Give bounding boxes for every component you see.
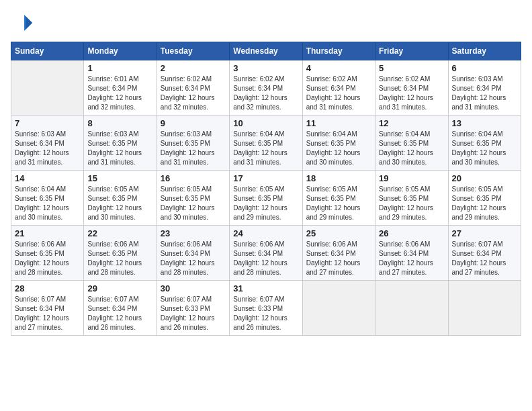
day-number: 3 (233, 63, 298, 73)
calendar-cell: 10Sunrise: 6:04 AM Sunset: 6:35 PM Dayli… (230, 116, 302, 171)
calendar-cell: 19Sunrise: 6:05 AM Sunset: 6:35 PM Dayli… (375, 171, 448, 226)
weekday-header-thursday: Thursday (302, 42, 375, 60)
day-info: Sunrise: 6:05 AM Sunset: 6:35 PM Dayligh… (452, 185, 517, 222)
day-info: Sunrise: 6:04 AM Sunset: 6:35 PM Dayligh… (306, 130, 371, 167)
day-number: 1 (87, 63, 152, 73)
calendar-cell: 29Sunrise: 6:07 AM Sunset: 6:34 PM Dayli… (84, 281, 157, 336)
day-info: Sunrise: 6:07 AM Sunset: 6:34 PM Dayligh… (452, 240, 517, 277)
day-number: 6 (452, 63, 517, 73)
day-number: 19 (379, 173, 444, 183)
calendar-cell: 1Sunrise: 6:01 AM Sunset: 6:34 PM Daylig… (84, 60, 157, 116)
weekday-header-sunday: Sunday (11, 42, 84, 60)
calendar-cell: 6Sunrise: 6:03 AM Sunset: 6:34 PM Daylig… (448, 60, 521, 116)
calendar-cell: 17Sunrise: 6:05 AM Sunset: 6:35 PM Dayli… (230, 171, 302, 226)
calendar-cell: 22Sunrise: 6:06 AM Sunset: 6:35 PM Dayli… (84, 226, 157, 281)
calendar-cell (302, 281, 375, 336)
weekday-header-friday: Friday (375, 42, 448, 60)
day-info: Sunrise: 6:05 AM Sunset: 6:35 PM Dayligh… (379, 185, 444, 222)
day-info: Sunrise: 6:03 AM Sunset: 6:35 PM Dayligh… (87, 130, 152, 167)
weekday-header-monday: Monday (84, 42, 157, 60)
calendar-cell: 26Sunrise: 6:06 AM Sunset: 6:34 PM Dayli… (375, 226, 448, 281)
calendar-cell (11, 60, 84, 116)
calendar-cell: 25Sunrise: 6:06 AM Sunset: 6:34 PM Dayli… (302, 226, 375, 281)
day-number: 13 (452, 118, 517, 128)
calendar-cell (448, 281, 521, 336)
day-number: 14 (15, 173, 80, 183)
day-info: Sunrise: 6:07 AM Sunset: 6:34 PM Dayligh… (87, 295, 152, 332)
day-number: 23 (161, 228, 226, 238)
weekday-header-tuesday: Tuesday (157, 42, 229, 60)
day-number: 9 (161, 118, 226, 128)
day-info: Sunrise: 6:04 AM Sunset: 6:35 PM Dayligh… (379, 130, 444, 167)
day-number: 30 (161, 283, 226, 293)
day-number: 15 (87, 173, 152, 183)
calendar-cell: 14Sunrise: 6:04 AM Sunset: 6:35 PM Dayli… (11, 171, 84, 226)
day-number: 27 (452, 228, 517, 238)
day-number: 24 (233, 228, 298, 238)
day-info: Sunrise: 6:02 AM Sunset: 6:34 PM Dayligh… (306, 75, 371, 112)
calendar-cell: 7Sunrise: 6:03 AM Sunset: 6:34 PM Daylig… (11, 116, 84, 171)
calendar-cell: 20Sunrise: 6:05 AM Sunset: 6:35 PM Dayli… (448, 171, 521, 226)
day-number: 8 (87, 118, 152, 128)
day-info: Sunrise: 6:06 AM Sunset: 6:34 PM Dayligh… (233, 240, 298, 277)
day-info: Sunrise: 6:03 AM Sunset: 6:34 PM Dayligh… (15, 130, 80, 167)
day-info: Sunrise: 6:02 AM Sunset: 6:34 PM Dayligh… (161, 75, 226, 112)
day-info: Sunrise: 6:02 AM Sunset: 6:34 PM Dayligh… (379, 75, 444, 112)
day-number: 7 (15, 118, 80, 128)
day-info: Sunrise: 6:02 AM Sunset: 6:34 PM Dayligh… (233, 75, 298, 112)
day-number: 31 (233, 283, 298, 293)
day-number: 4 (306, 63, 371, 73)
day-info: Sunrise: 6:07 AM Sunset: 6:33 PM Dayligh… (233, 295, 298, 332)
calendar-cell: 5Sunrise: 6:02 AM Sunset: 6:34 PM Daylig… (375, 60, 448, 116)
day-info: Sunrise: 6:06 AM Sunset: 6:35 PM Dayligh… (15, 240, 80, 277)
calendar-cell: 3Sunrise: 6:02 AM Sunset: 6:34 PM Daylig… (230, 60, 302, 116)
svg-marker-1 (26, 16, 32, 30)
calendar-cell: 27Sunrise: 6:07 AM Sunset: 6:34 PM Dayli… (448, 226, 521, 281)
day-number: 17 (233, 173, 298, 183)
calendar-week-5: 28Sunrise: 6:07 AM Sunset: 6:34 PM Dayli… (11, 281, 521, 336)
day-info: Sunrise: 6:05 AM Sunset: 6:35 PM Dayligh… (306, 185, 371, 222)
calendar-cell: 4Sunrise: 6:02 AM Sunset: 6:34 PM Daylig… (302, 60, 375, 116)
weekday-header-saturday: Saturday (448, 42, 521, 60)
calendar-cell: 24Sunrise: 6:06 AM Sunset: 6:34 PM Dayli… (230, 226, 302, 281)
weekday-header-wednesday: Wednesday (230, 42, 302, 60)
day-info: Sunrise: 6:06 AM Sunset: 6:35 PM Dayligh… (87, 240, 152, 277)
logo (11, 11, 38, 35)
day-number: 5 (379, 63, 444, 73)
day-number: 22 (87, 228, 152, 238)
day-number: 12 (379, 118, 444, 128)
day-number: 18 (306, 173, 371, 183)
day-info: Sunrise: 6:03 AM Sunset: 6:34 PM Dayligh… (452, 75, 517, 112)
calendar-cell: 15Sunrise: 6:05 AM Sunset: 6:35 PM Dayli… (84, 171, 157, 226)
calendar-cell: 2Sunrise: 6:02 AM Sunset: 6:34 PM Daylig… (157, 60, 229, 116)
day-info: Sunrise: 6:06 AM Sunset: 6:34 PM Dayligh… (161, 240, 226, 277)
calendar-cell: 12Sunrise: 6:04 AM Sunset: 6:35 PM Dayli… (375, 116, 448, 171)
calendar-cell: 23Sunrise: 6:06 AM Sunset: 6:34 PM Dayli… (157, 226, 229, 281)
day-number: 21 (15, 228, 80, 238)
day-info: Sunrise: 6:04 AM Sunset: 6:35 PM Dayligh… (15, 185, 80, 222)
day-info: Sunrise: 6:06 AM Sunset: 6:34 PM Dayligh… (379, 240, 444, 277)
calendar-week-1: 1Sunrise: 6:01 AM Sunset: 6:34 PM Daylig… (11, 60, 521, 116)
calendar-cell: 16Sunrise: 6:05 AM Sunset: 6:35 PM Dayli… (157, 171, 229, 226)
calendar-cell (375, 281, 448, 336)
day-info: Sunrise: 6:07 AM Sunset: 6:34 PM Dayligh… (15, 295, 80, 332)
calendar-week-3: 14Sunrise: 6:04 AM Sunset: 6:35 PM Dayli… (11, 171, 521, 226)
calendar-table: SundayMondayTuesdayWednesdayThursdayFrid… (11, 42, 521, 336)
day-info: Sunrise: 6:04 AM Sunset: 6:35 PM Dayligh… (452, 130, 517, 167)
day-info: Sunrise: 6:05 AM Sunset: 6:35 PM Dayligh… (233, 185, 298, 222)
calendar-week-4: 21Sunrise: 6:06 AM Sunset: 6:35 PM Dayli… (11, 226, 521, 281)
day-number: 26 (379, 228, 444, 238)
calendar-cell: 18Sunrise: 6:05 AM Sunset: 6:35 PM Dayli… (302, 171, 375, 226)
day-number: 20 (452, 173, 517, 183)
day-info: Sunrise: 6:03 AM Sunset: 6:35 PM Dayligh… (161, 130, 226, 167)
day-number: 25 (306, 228, 371, 238)
day-number: 16 (161, 173, 226, 183)
day-info: Sunrise: 6:01 AM Sunset: 6:34 PM Dayligh… (87, 75, 152, 112)
day-number: 10 (233, 118, 298, 128)
calendar-cell: 8Sunrise: 6:03 AM Sunset: 6:35 PM Daylig… (84, 116, 157, 171)
logo-icon (11, 11, 35, 35)
calendar-week-2: 7Sunrise: 6:03 AM Sunset: 6:34 PM Daylig… (11, 116, 521, 171)
day-info: Sunrise: 6:04 AM Sunset: 6:35 PM Dayligh… (233, 130, 298, 167)
calendar-cell: 13Sunrise: 6:04 AM Sunset: 6:35 PM Dayli… (448, 116, 521, 171)
calendar-cell: 31Sunrise: 6:07 AM Sunset: 6:33 PM Dayli… (230, 281, 302, 336)
